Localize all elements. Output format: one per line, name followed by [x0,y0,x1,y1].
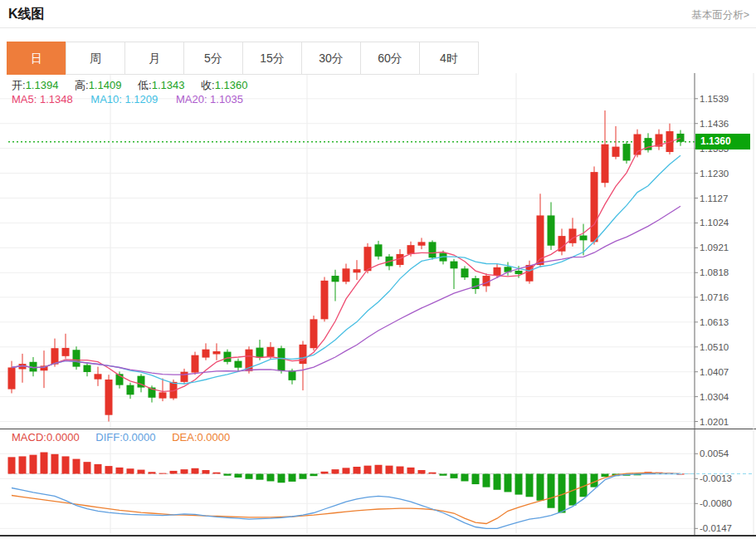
candle-body [300,345,307,364]
macd-legend: MACD:0.0000 DIFF:0.0000 DEA:0.0000 [12,431,230,443]
candle-body [127,385,134,395]
high-label: 高: [75,79,89,91]
macd-bar [246,474,253,479]
candle-body [267,347,275,357]
candle-body [602,145,609,183]
macd-bar [526,474,534,497]
candle-body [95,374,102,379]
macd-bar [95,464,102,474]
candle-body [62,348,70,356]
candle-body [159,392,167,398]
low-label: 低: [138,79,152,91]
ma-legend: MA5: 1.1348 MA10: 1.1209 MA20: 1.1035 [12,93,243,105]
axis-label: 1.0613 [700,317,729,327]
tab-30分[interactable]: 30分 [301,42,361,75]
axis-label: 1.0407 [700,367,729,377]
current-price-tag: 1.1360 [695,134,750,149]
macd-bar [181,469,188,473]
macd-bar [192,468,199,474]
candle-body [224,352,232,362]
dea-value: DEA:0.0000 [172,431,230,443]
diff-value: DIFF:0.0000 [95,431,155,443]
axis-label: -0.0147 [700,523,732,533]
axis-label: 1.0304 [700,392,729,402]
tab-日[interactable]: 日 [7,42,66,75]
candle-body [364,247,372,271]
axis-label: 1.1436 [700,119,729,129]
axis-label: 0.0054 [700,448,729,458]
axis-label: 1.0716 [700,292,729,302]
ma5-value: MA5: 1.1348 [12,93,73,105]
candle-body [84,365,91,372]
candle-body [375,244,383,257]
macd-value: MACD:0.0000 [12,431,80,443]
macd-bar [62,456,70,473]
tab-周[interactable]: 周 [66,42,125,75]
macd-bar [483,474,490,488]
open-value: 1.1394 [26,79,59,91]
macd-bar [8,457,16,473]
candle-body [623,144,631,160]
macd-bar [429,473,437,474]
ma10-value: MA10: 1.1209 [90,93,158,105]
candle-body [494,267,501,276]
open-label: 开: [12,79,26,91]
kline-page: K线图 基本面分析> 日周月5分15分30分60分4时 1.15391.1436… [0,0,756,539]
close-label: 收: [201,79,215,91]
tab-月[interactable]: 月 [124,42,184,75]
candle-body [515,271,523,274]
macd-bar [267,474,275,482]
candles-group [8,110,685,422]
macd-bar [418,470,426,473]
candle-body [354,269,361,272]
macd-bar [256,474,264,480]
candle-body [310,319,318,348]
candle-body [332,276,339,282]
tab-5分[interactable]: 5分 [183,42,243,75]
macd-bar [310,474,318,477]
macd-bar [235,474,242,478]
candle-body [591,172,598,242]
macd-bar [19,456,27,473]
axis-label: 1.0921 [700,243,729,252]
macd-bar [51,454,59,474]
macd-bar [127,468,134,473]
macd-bar [343,468,350,473]
candle-body [343,268,350,282]
macd-bar [440,474,447,476]
macd-bar [300,474,307,479]
macd-bar [159,473,167,474]
macd-bar [602,474,609,478]
macd-bar [73,459,80,474]
macd-bar [224,474,232,476]
macd-bar [332,469,339,473]
macd-bar [354,467,361,474]
candle-body [612,147,620,157]
macd-bar [170,471,178,474]
tab-15分[interactable]: 15分 [242,42,302,75]
tab-4时[interactable]: 4时 [419,42,479,75]
macd-bar [30,455,37,474]
bottom-border [0,535,756,537]
macd-bar [84,462,91,473]
macd-bar [289,474,296,482]
macd-bar [461,474,469,482]
candle-body [461,268,469,277]
candle-body [451,262,458,269]
axis-label: 1.0818 [700,267,729,277]
tab-60分[interactable]: 60分 [360,42,420,75]
axis-label: 1.1230 [700,169,729,179]
candle-body [181,372,188,382]
macd-bar [386,466,393,474]
axis-label: 1.1539 [700,94,729,104]
macd-bar [505,474,512,492]
ma20-line [12,206,680,375]
axis-label: 1.1127 [700,194,728,203]
candle-body [73,350,80,366]
candle-body [105,380,113,415]
candle-body [289,370,296,380]
macd-bar [138,470,145,474]
macd-bar [364,466,372,474]
ma20-value: MA20: 1.1035 [176,93,243,105]
axis-label: -0.0080 [700,498,732,508]
